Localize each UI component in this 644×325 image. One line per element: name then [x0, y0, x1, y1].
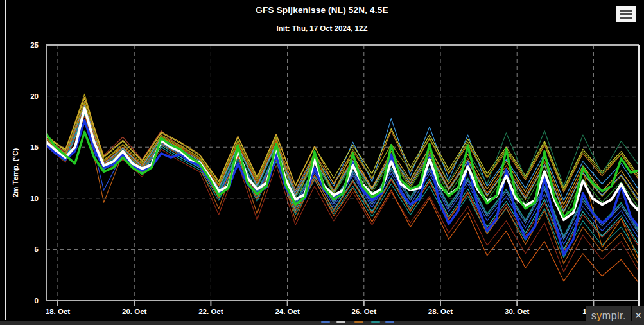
window-right-border	[638, 45, 640, 320]
svg-text:22. Oct: 22. Oct	[198, 308, 223, 315]
temperature-ensemble-chart: 051015202518. Oct20. Oct22. Oct24. Oct26…	[0, 0, 644, 325]
svg-text:25: 25	[30, 41, 39, 49]
hamburger-menu-icon	[620, 10, 632, 12]
svg-text:26. Oct: 26. Oct	[352, 308, 377, 315]
watermark-accent-letter: y	[596, 310, 602, 322]
svg-text:15: 15	[30, 143, 39, 151]
watermark-close-button[interactable]: ✕	[632, 306, 644, 325]
clipped-footer-text-fragment	[354, 321, 363, 323]
svg-text:10: 10	[30, 195, 39, 202]
svg-text:18. Oct: 18. Oct	[46, 308, 71, 315]
svg-text:30. Oct: 30. Oct	[505, 308, 530, 315]
symplr-watermark: symplr.	[586, 306, 631, 325]
svg-text:2m Temp. (°C): 2m Temp. (°C)	[12, 148, 19, 198]
clipped-footer-text-fragment	[336, 321, 345, 323]
clipped-footer-strip	[0, 321, 644, 325]
svg-text:5: 5	[35, 245, 39, 253]
close-icon: ✕	[634, 310, 642, 321]
clipped-footer-text-fragment	[321, 321, 330, 323]
window-left-border	[5, 0, 6, 320]
clipped-footer-text-fragment	[385, 321, 394, 323]
svg-text:28. Oct: 28. Oct	[428, 308, 453, 315]
svg-text:20: 20	[30, 92, 39, 100]
svg-text:0: 0	[35, 297, 39, 304]
chart-title: GFS Spijkenisse (NL) 52N, 4.5E	[0, 5, 644, 15]
chart-init-subtitle: Init: Thu, 17 Oct 2024, 12Z	[0, 24, 644, 32]
svg-text:20. Oct: 20. Oct	[122, 308, 147, 315]
svg-text:24. Oct: 24. Oct	[275, 308, 300, 315]
meteogram-widget: 051015202518. Oct20. Oct22. Oct24. Oct26…	[0, 0, 644, 325]
clipped-footer-text-fragment	[371, 321, 380, 323]
hamburger-menu-button[interactable]	[616, 6, 636, 22]
